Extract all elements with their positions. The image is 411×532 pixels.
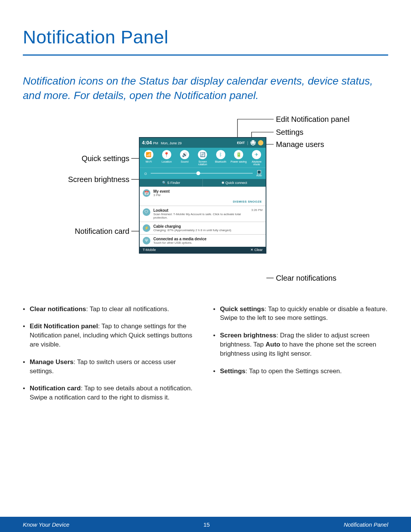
page-title: Notification Panel xyxy=(23,27,388,48)
card-title: Connected as a media device xyxy=(153,237,263,241)
qs-icon: 🔊 xyxy=(180,150,189,159)
quick-settings-row[interactable]: 📶Wi-Fi📍Location🔊Sound🔄Screen rotationᛒBl… xyxy=(140,148,266,168)
bullet-item: Clear notifications: Tap to clear all no… xyxy=(23,305,198,314)
bullet-item: Notification card: Tap to see details ab… xyxy=(23,384,198,402)
status-time: 4:04 xyxy=(142,140,152,145)
bottom-bar: T-Mobile ✕ Clear xyxy=(140,247,266,253)
qs-label: Location xyxy=(162,160,172,163)
bullet-item: Screen brightness: Drag the slider to ad… xyxy=(213,331,388,358)
avatar-icon[interactable] xyxy=(258,140,263,145)
page-footer: Know Your Device 15 Notification Panel xyxy=(0,517,411,532)
qs-item[interactable]: 🔊Sound xyxy=(176,150,193,166)
finder-row: 🔍 S Finder ✱ Quick connect xyxy=(140,179,266,187)
status-bar: 4:04 PM Mon, June 29 EDIT | xyxy=(140,138,266,148)
callout-screen-brightness: Screen brightness xyxy=(61,175,129,184)
status-date: Mon, June 29 xyxy=(161,141,182,145)
card-actions[interactable]: DISMISS SNOOZE xyxy=(140,199,266,206)
status-ampm: PM xyxy=(153,141,158,145)
callout-settings: Settings xyxy=(276,128,303,137)
qs-item[interactable]: 🔄Screen rotation xyxy=(194,150,211,166)
bullet-item: Edit Notification panel: Tap to change s… xyxy=(23,322,198,349)
footer-left: Know Your Device xyxy=(23,521,69,528)
card-icon: Ψ xyxy=(143,237,150,244)
carrier-label: T-Mobile xyxy=(143,248,156,252)
title-rule xyxy=(23,54,388,56)
qs-label: Wi-Fi xyxy=(145,160,151,163)
card-sub: 3 PM xyxy=(153,193,263,197)
card-sub: Charging: 87% (Approximately 2 h 8 m unt… xyxy=(153,228,263,232)
brightness-icon: ☼ xyxy=(143,171,148,176)
description-columns: Clear notifications: Tap to clear all no… xyxy=(23,305,388,411)
callout-clear-notifications: Clear notifications xyxy=(276,274,336,283)
qs-item[interactable]: ✈Airplane mode xyxy=(248,150,265,166)
footer-right: Notification Panel xyxy=(344,521,388,528)
edit-button[interactable]: EDIT xyxy=(237,141,245,145)
card-title: Lookout xyxy=(153,208,248,212)
page-subtitle: Notification icons on the Status bar dis… xyxy=(23,74,388,103)
notification-card[interactable]: ⚡Cable chargingCharging: 87% (Approximat… xyxy=(140,222,266,234)
qs-label: Screen rotation xyxy=(194,160,211,166)
card-icon: 📅 xyxy=(143,189,150,197)
qs-item[interactable]: 📍Location xyxy=(158,150,175,166)
qs-item[interactable]: 📶Wi-Fi xyxy=(140,150,157,166)
card-sub: Scan finished: T-Mobile My Account is sa… xyxy=(153,212,248,219)
callout-manage-users: Manage users xyxy=(276,140,324,149)
qs-label: Airplane mode xyxy=(248,160,265,166)
bullet-item: Settings: Tap to open the Settings scree… xyxy=(213,367,388,376)
clear-button[interactable]: ✕ Clear xyxy=(250,248,263,252)
qs-icon: 📶 xyxy=(144,150,153,159)
qs-icon: ✈ xyxy=(252,150,261,159)
notification-card[interactable]: 🛡LookoutScan finished: T-Mobile My Accou… xyxy=(140,206,266,222)
qs-icon: 🔋 xyxy=(234,150,243,159)
qs-item[interactable]: ᛒBluetooth xyxy=(212,150,229,166)
card-sub: Touch for other USB options. xyxy=(153,241,263,244)
callout-quick-settings: Quick settings xyxy=(76,154,129,163)
diagram: Quick settings Screen brightness Notific… xyxy=(23,118,388,293)
qs-icon: ᛒ xyxy=(216,150,225,159)
brightness-row[interactable]: ☼ Auto xyxy=(140,168,266,179)
qs-label: Bluetooth xyxy=(215,160,226,163)
qs-item[interactable]: 🔋Power saving xyxy=(230,150,247,166)
auto-brightness[interactable]: Auto xyxy=(256,170,262,177)
card-title: My event xyxy=(153,189,263,193)
footer-page: 15 xyxy=(203,521,210,528)
card-icon: 🛡 xyxy=(143,208,150,216)
card-time: 3:26 PM xyxy=(251,208,263,212)
callout-notification-card: Notification card xyxy=(68,227,129,236)
bullet-item: Manage Users: Tap to switch users or acc… xyxy=(23,358,198,376)
quick-connect-button[interactable]: ✱ Quick connect xyxy=(203,179,266,187)
qs-icon: 📍 xyxy=(162,150,171,159)
qs-label: Sound xyxy=(181,160,188,163)
notification-cards: 📅My event3 PMDISMISS SNOOZE🛡LookoutScan … xyxy=(140,187,266,247)
qs-icon: 🔄 xyxy=(198,150,207,159)
card-title: Cable charging xyxy=(153,224,263,228)
s-finder-button[interactable]: 🔍 S Finder xyxy=(140,179,203,187)
bullet-list-left: Clear notifications: Tap to clear all no… xyxy=(23,305,198,402)
notification-card[interactable]: ΨConnected as a media deviceTouch for ot… xyxy=(140,234,266,247)
qs-label: Power saving xyxy=(231,160,247,163)
bullet-item: Quick settings: Tap to quickly enable or… xyxy=(213,305,388,323)
divider: | xyxy=(247,141,248,145)
bullet-list-right: Quick settings: Tap to quickly enable or… xyxy=(213,305,388,376)
gear-icon[interactable] xyxy=(250,140,256,145)
phone-screenshot: 4:04 PM Mon, June 29 EDIT | 📶Wi-Fi📍Locat… xyxy=(139,137,266,254)
callout-edit-panel: Edit Notification panel xyxy=(276,115,349,124)
card-icon: ⚡ xyxy=(143,224,150,232)
brightness-slider[interactable] xyxy=(151,173,253,174)
notification-card[interactable]: 📅My event3 PM xyxy=(140,187,266,199)
